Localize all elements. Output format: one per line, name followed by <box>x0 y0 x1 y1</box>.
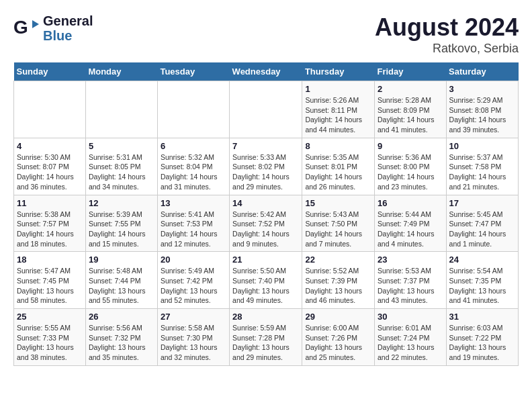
day-cell: 8Sunrise: 5:35 AM Sunset: 8:01 PM Daylig… <box>302 138 375 195</box>
logo-icon: G <box>13 17 40 39</box>
day-number: 10 <box>449 141 515 151</box>
day-number: 17 <box>449 198 515 208</box>
day-info: Sunrise: 5:38 AM Sunset: 7:57 PM Dayligh… <box>17 210 83 249</box>
day-info: Sunrise: 5:49 AM Sunset: 7:42 PM Dayligh… <box>161 266 226 306</box>
day-cell: 16Sunrise: 5:44 AM Sunset: 7:49 PM Dayli… <box>374 195 446 252</box>
month-year: August 2024 <box>375 13 519 42</box>
day-info: Sunrise: 5:28 AM Sunset: 8:09 PM Dayligh… <box>378 95 443 135</box>
day-cell: 26Sunrise: 5:56 AM Sunset: 7:32 PM Dayli… <box>85 309 157 366</box>
day-cell: 21Sunrise: 5:50 AM Sunset: 7:40 PM Dayli… <box>230 252 302 309</box>
day-number: 20 <box>161 255 226 265</box>
day-info: Sunrise: 5:31 AM Sunset: 8:05 PM Dayligh… <box>89 152 154 192</box>
day-cell: 1Sunrise: 5:26 AM Sunset: 8:11 PM Daylig… <box>302 81 375 138</box>
day-info: Sunrise: 5:39 AM Sunset: 7:55 PM Dayligh… <box>89 210 154 249</box>
day-info: Sunrise: 6:00 AM Sunset: 7:26 PM Dayligh… <box>305 323 371 363</box>
day-number: 25 <box>17 312 83 322</box>
day-cell: 7Sunrise: 5:33 AM Sunset: 8:02 PM Daylig… <box>230 138 302 195</box>
day-cell: 29Sunrise: 6:00 AM Sunset: 7:26 PM Dayli… <box>302 309 375 366</box>
day-cell <box>85 81 157 138</box>
day-cell: 9Sunrise: 5:36 AM Sunset: 8:00 PM Daylig… <box>374 138 446 195</box>
day-info: Sunrise: 5:41 AM Sunset: 7:53 PM Dayligh… <box>161 210 226 249</box>
day-number: 22 <box>305 255 371 265</box>
day-info: Sunrise: 5:47 AM Sunset: 7:45 PM Dayligh… <box>17 266 83 306</box>
day-number: 7 <box>232 141 299 151</box>
day-number: 4 <box>17 141 83 151</box>
day-cell: 12Sunrise: 5:39 AM Sunset: 7:55 PM Dayli… <box>85 195 157 252</box>
day-number: 31 <box>449 312 515 322</box>
day-number: 14 <box>232 198 299 208</box>
svg-text:G: G <box>13 17 28 38</box>
day-info: Sunrise: 5:32 AM Sunset: 8:04 PM Dayligh… <box>161 152 226 192</box>
day-cell: 20Sunrise: 5:49 AM Sunset: 7:42 PM Dayli… <box>157 252 229 309</box>
header-day-tuesday: Tuesday <box>157 62 229 81</box>
header-day-thursday: Thursday <box>302 62 375 81</box>
day-cell: 31Sunrise: 6:03 AM Sunset: 7:22 PM Dayli… <box>446 309 518 366</box>
day-cell: 13Sunrise: 5:41 AM Sunset: 7:53 PM Dayli… <box>157 195 229 252</box>
day-info: Sunrise: 5:29 AM Sunset: 8:08 PM Dayligh… <box>449 95 515 135</box>
day-cell: 5Sunrise: 5:31 AM Sunset: 8:05 PM Daylig… <box>85 138 157 195</box>
header-day-monday: Monday <box>85 62 157 81</box>
week-row-2: 4Sunrise: 5:30 AM Sunset: 8:07 PM Daylig… <box>14 138 519 195</box>
day-info: Sunrise: 5:43 AM Sunset: 7:50 PM Dayligh… <box>305 210 371 249</box>
day-cell: 28Sunrise: 5:59 AM Sunset: 7:28 PM Dayli… <box>230 309 302 366</box>
header-day-friday: Friday <box>374 62 446 81</box>
day-number: 1 <box>305 84 371 94</box>
svg-marker-1 <box>32 20 39 28</box>
day-info: Sunrise: 5:50 AM Sunset: 7:40 PM Dayligh… <box>232 266 299 306</box>
day-info: Sunrise: 5:56 AM Sunset: 7:32 PM Dayligh… <box>89 323 154 363</box>
day-number: 21 <box>232 255 299 265</box>
day-info: Sunrise: 5:44 AM Sunset: 7:49 PM Dayligh… <box>378 210 443 249</box>
day-number: 23 <box>378 255 443 265</box>
logo: G General Blue <box>13 13 93 43</box>
day-cell: 17Sunrise: 5:45 AM Sunset: 7:47 PM Dayli… <box>446 195 518 252</box>
header-day-wednesday: Wednesday <box>230 62 302 81</box>
day-number: 29 <box>305 312 371 322</box>
day-cell: 4Sunrise: 5:30 AM Sunset: 8:07 PM Daylig… <box>14 138 86 195</box>
day-info: Sunrise: 5:58 AM Sunset: 7:30 PM Dayligh… <box>161 323 226 363</box>
day-number: 24 <box>449 255 515 265</box>
day-number: 9 <box>378 141 443 151</box>
day-number: 2 <box>378 84 443 94</box>
day-number: 11 <box>17 198 83 208</box>
calendar-table: SundayMondayTuesdayWednesdayThursdayFrid… <box>13 62 519 366</box>
day-info: Sunrise: 5:45 AM Sunset: 7:47 PM Dayligh… <box>449 210 515 249</box>
week-row-1: 1Sunrise: 5:26 AM Sunset: 8:11 PM Daylig… <box>14 81 519 138</box>
day-info: Sunrise: 5:33 AM Sunset: 8:02 PM Dayligh… <box>232 152 299 192</box>
day-number: 16 <box>378 198 443 208</box>
day-number: 15 <box>305 198 371 208</box>
day-number: 18 <box>17 255 83 265</box>
logo-text: General Blue <box>43 13 93 43</box>
day-info: Sunrise: 5:54 AM Sunset: 7:35 PM Dayligh… <box>449 266 515 306</box>
day-info: Sunrise: 6:01 AM Sunset: 7:24 PM Dayligh… <box>378 323 443 363</box>
day-cell: 15Sunrise: 5:43 AM Sunset: 7:50 PM Dayli… <box>302 195 375 252</box>
day-cell: 2Sunrise: 5:28 AM Sunset: 8:09 PM Daylig… <box>374 81 446 138</box>
day-cell: 10Sunrise: 5:37 AM Sunset: 7:58 PM Dayli… <box>446 138 518 195</box>
day-info: Sunrise: 5:42 AM Sunset: 7:52 PM Dayligh… <box>232 210 299 249</box>
day-info: Sunrise: 6:03 AM Sunset: 7:22 PM Dayligh… <box>449 323 515 363</box>
day-number: 8 <box>305 141 371 151</box>
day-info: Sunrise: 5:35 AM Sunset: 8:01 PM Dayligh… <box>305 152 371 192</box>
day-info: Sunrise: 5:59 AM Sunset: 7:28 PM Dayligh… <box>232 323 299 363</box>
day-number: 3 <box>449 84 515 94</box>
day-cell: 6Sunrise: 5:32 AM Sunset: 8:04 PM Daylig… <box>157 138 229 195</box>
title-block: August 2024 Ratkovo, Serbia <box>375 13 519 56</box>
day-cell: 23Sunrise: 5:53 AM Sunset: 7:37 PM Dayli… <box>374 252 446 309</box>
day-number: 26 <box>89 312 154 322</box>
day-cell: 27Sunrise: 5:58 AM Sunset: 7:30 PM Dayli… <box>157 309 229 366</box>
day-info: Sunrise: 5:52 AM Sunset: 7:39 PM Dayligh… <box>305 266 371 306</box>
day-cell <box>157 81 229 138</box>
day-info: Sunrise: 5:26 AM Sunset: 8:11 PM Dayligh… <box>305 95 371 135</box>
header-day-sunday: Sunday <box>14 62 86 81</box>
header-day-saturday: Saturday <box>446 62 518 81</box>
day-number: 28 <box>232 312 299 322</box>
day-number: 19 <box>89 255 154 265</box>
day-info: Sunrise: 5:37 AM Sunset: 7:58 PM Dayligh… <box>449 152 515 192</box>
day-info: Sunrise: 5:55 AM Sunset: 7:33 PM Dayligh… <box>17 323 83 363</box>
day-cell: 14Sunrise: 5:42 AM Sunset: 7:52 PM Dayli… <box>230 195 302 252</box>
week-row-3: 11Sunrise: 5:38 AM Sunset: 7:57 PM Dayli… <box>14 195 519 252</box>
day-info: Sunrise: 5:30 AM Sunset: 8:07 PM Dayligh… <box>17 152 83 192</box>
day-number: 6 <box>161 141 226 151</box>
day-info: Sunrise: 5:53 AM Sunset: 7:37 PM Dayligh… <box>378 266 443 306</box>
day-cell <box>14 81 86 138</box>
day-number: 13 <box>161 198 226 208</box>
